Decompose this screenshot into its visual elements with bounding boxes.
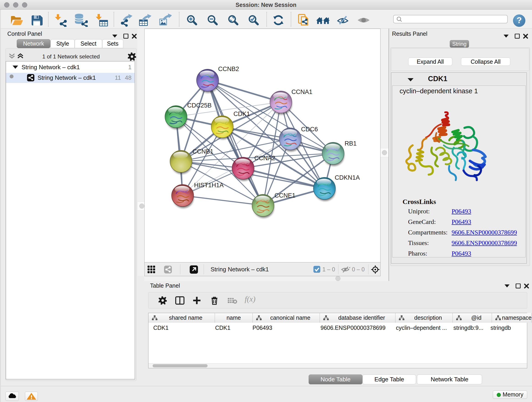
svg-text:CDC25B: CDC25B <box>187 102 212 109</box>
svg-text:CCNB2: CCNB2 <box>218 65 239 72</box>
svg-text:CCNA1: CCNA1 <box>291 89 312 95</box>
svg-text:CCNB1: CCNB1 <box>192 148 214 155</box>
svg-text:RB1: RB1 <box>345 140 357 147</box>
svg-text:CDC6: CDC6 <box>301 126 318 133</box>
svg-text:HIST1H1A: HIST1H1A <box>194 182 224 189</box>
svg-text:CDK1: CDK1 <box>234 110 250 117</box>
svg-text:CCNA2: CCNA2 <box>254 155 275 162</box>
svg-text:CCNE1: CCNE1 <box>274 192 296 199</box>
svg-text:CDKN1A: CDKN1A <box>335 174 360 181</box>
